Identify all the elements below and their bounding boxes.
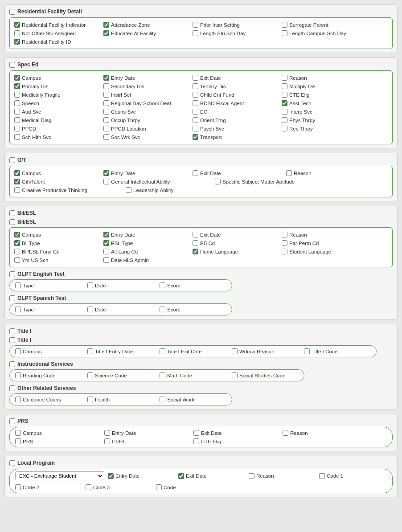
prior-instr-setting-checkbox[interactable] — [193, 22, 198, 28]
other-related-services-checkbox[interactable] — [9, 385, 15, 391]
gt-checkbox[interactable] — [9, 157, 15, 163]
title-i-checkbox[interactable] — [9, 328, 15, 334]
olpt-english-score-checkbox[interactable] — [160, 282, 165, 288]
spec-ed-checkbox[interactable] — [9, 62, 15, 68]
bilesl-esl-type-checkbox[interactable] — [103, 240, 109, 246]
speced-rec-thrpy-checkbox[interactable] — [282, 126, 287, 131]
residential-checkbox[interactable] — [9, 9, 15, 15]
bilesl-yrs-us-sch-checkbox[interactable] — [14, 257, 20, 263]
local-program-entry-date-checkbox[interactable] — [108, 473, 114, 479]
residential-facility-indicator-checkbox[interactable] — [14, 22, 20, 28]
titlei-wdraw-reason-checkbox[interactable] — [232, 348, 238, 354]
speced-child-cnt-fund-checkbox[interactable] — [193, 92, 198, 98]
local-program-exit-date-checkbox[interactable] — [178, 473, 184, 479]
length-stu-sch-day-checkbox[interactable] — [193, 30, 198, 36]
bilesl-reason-checkbox[interactable] — [282, 232, 287, 237]
speced-rdsd-fiscal-checkbox[interactable] — [193, 100, 198, 106]
speced-interp-svc-checkbox[interactable] — [282, 109, 287, 115]
bilesl-fund-cd-checkbox[interactable] — [14, 249, 20, 254]
gt-general-intellectual-checkbox[interactable] — [103, 179, 109, 184]
titlei-code-checkbox[interactable] — [304, 348, 310, 354]
speced-medically-fragile-checkbox[interactable] — [14, 92, 20, 98]
local-program-reason-checkbox[interactable] — [249, 473, 254, 479]
speced-regional-day-checkbox[interactable] — [103, 100, 109, 106]
math-code-checkbox[interactable] — [160, 372, 165, 378]
speced-medical-diag-checkbox[interactable] — [14, 117, 20, 123]
speced-ppcd-location-checkbox[interactable] — [103, 126, 109, 131]
local-program-code1-checkbox[interactable] — [319, 473, 325, 479]
bilesl-exit-date-checkbox[interactable] — [193, 232, 198, 237]
speced-psych-svc-checkbox[interactable] — [193, 126, 198, 131]
speced-secondary-dis-checkbox[interactable] — [103, 83, 109, 89]
olpt-spanish-checkbox[interactable] — [9, 295, 15, 301]
speced-aud-svc-checkbox[interactable] — [14, 109, 20, 115]
speced-occup-thrpy-checkbox[interactable] — [103, 117, 109, 123]
prs-entry-date-checkbox[interactable] — [104, 430, 110, 436]
speced-campus-checkbox[interactable] — [14, 75, 20, 81]
speced-asst-tech-checkbox[interactable] — [282, 100, 287, 106]
speced-primary-dis-checkbox[interactable] — [14, 83, 20, 89]
local-program-select[interactable]: EXC - Exchange Student — [15, 471, 104, 480]
prs-reason-checkbox[interactable] — [283, 430, 288, 436]
guidance-couns-checkbox[interactable] — [15, 397, 21, 402]
speced-soc-wrk-svc-checkbox[interactable] — [103, 134, 109, 140]
prs-exit-date-checkbox[interactable] — [193, 430, 199, 436]
gt-specific-subject-checkbox[interactable] — [215, 179, 221, 184]
speced-tertiary-dis-checkbox[interactable] — [193, 83, 198, 89]
speced-speech-checkbox[interactable] — [14, 100, 20, 106]
prs-cte-elig-checkbox[interactable] — [193, 438, 199, 444]
nbr-other-stu-checkbox[interactable] — [14, 30, 20, 36]
gt-gift-talent-checkbox[interactable] — [14, 179, 20, 184]
speced-entry-date-checkbox[interactable] — [103, 75, 109, 81]
reading-code-checkbox[interactable] — [15, 372, 21, 378]
prs-campus-checkbox[interactable] — [15, 430, 21, 436]
health-checkbox[interactable] — [87, 397, 93, 402]
social-work-checkbox[interactable] — [160, 397, 165, 402]
bilesl-checkbox[interactable] — [9, 210, 15, 216]
gt-creative-productive-checkbox[interactable] — [14, 187, 20, 193]
gt-leadership-ability-checkbox[interactable] — [126, 187, 131, 193]
gt-entry-date-checkbox[interactable] — [103, 170, 109, 176]
prs-prs-checkbox[interactable] — [15, 438, 21, 444]
speced-exit-date-checkbox[interactable] — [193, 75, 198, 81]
local-program-code-checkbox[interactable] — [156, 484, 162, 490]
olpt-english-type-checkbox[interactable] — [15, 282, 21, 288]
science-code-checkbox[interactable] — [87, 372, 93, 378]
title-i-sub-checkbox[interactable] — [9, 337, 15, 343]
gt-campus-checkbox[interactable] — [14, 170, 20, 176]
bilesl-alt-lang-cd-checkbox[interactable] — [103, 249, 109, 254]
speced-orient-trng-checkbox[interactable] — [193, 117, 198, 123]
speced-phys-thrpy-checkbox[interactable] — [282, 117, 287, 123]
local-program-code3-checkbox[interactable] — [86, 484, 91, 490]
attendance-zone-checkbox[interactable] — [103, 22, 109, 28]
titlei-entry-date-checkbox[interactable] — [87, 348, 93, 354]
speced-couns-svc-checkbox[interactable] — [103, 109, 109, 115]
olpt-spanish-date-checkbox[interactable] — [87, 307, 93, 312]
speced-cte-elig-checkbox[interactable] — [282, 92, 287, 98]
instructional-services-checkbox[interactable] — [9, 361, 15, 367]
speced-ppcd-checkbox[interactable] — [14, 126, 20, 131]
speced-transport-checkbox[interactable] — [193, 134, 198, 140]
speced-reason-checkbox[interactable] — [282, 75, 287, 81]
titlei-campus-checkbox[interactable] — [15, 348, 21, 354]
bilesl-sub-checkbox[interactable] — [9, 219, 15, 225]
local-program-code2-checkbox[interactable] — [15, 484, 21, 490]
gt-reason-checkbox[interactable] — [286, 170, 292, 176]
olpt-spanish-type-checkbox[interactable] — [15, 307, 21, 312]
residential-facility-id-checkbox[interactable] — [14, 39, 20, 45]
local-program-checkbox[interactable] — [9, 460, 15, 466]
length-campus-sch-day-checkbox[interactable] — [282, 30, 287, 36]
bilesl-campus-checkbox[interactable] — [14, 232, 20, 237]
bilesl-eb-cd-checkbox[interactable] — [193, 240, 198, 246]
speced-sch-hlth-svc-checkbox[interactable] — [14, 134, 20, 140]
educated-at-facility-checkbox[interactable] — [103, 30, 109, 36]
gt-exit-date-checkbox[interactable] — [193, 170, 198, 176]
prs-checkbox[interactable] — [9, 418, 15, 424]
bilesl-home-language-checkbox[interactable] — [193, 249, 198, 254]
surrogate-parent-checkbox[interactable] — [282, 22, 287, 28]
olpt-english-checkbox[interactable] — [9, 271, 15, 277]
speced-eci-checkbox[interactable] — [193, 109, 198, 115]
bilesl-date-hls-admin-checkbox[interactable] — [103, 257, 109, 263]
prs-cehi-checkbox[interactable] — [104, 438, 110, 444]
olpt-english-date-checkbox[interactable] — [87, 282, 93, 288]
